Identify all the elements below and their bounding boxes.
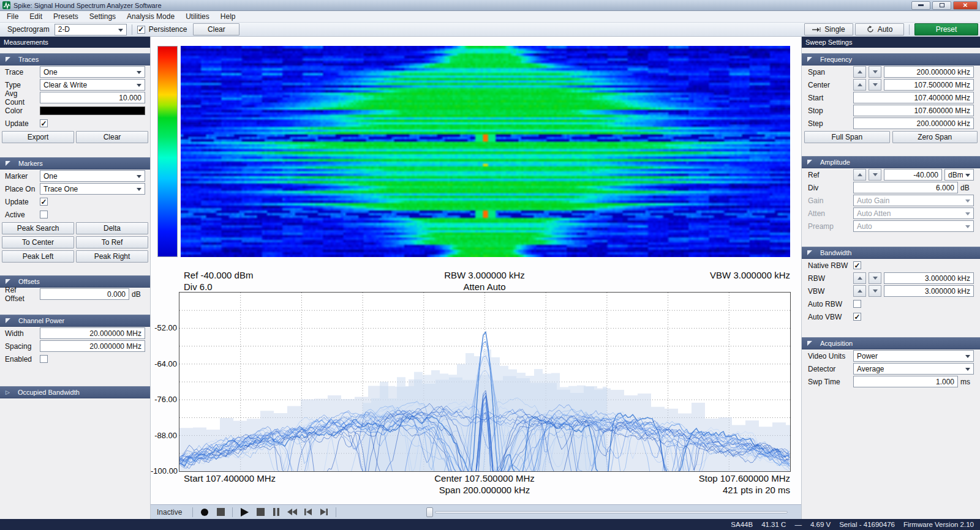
occupied-bandwidth-section-header[interactable]: ▷Occupied Bandwidth (0, 386, 150, 398)
ref-offset-input[interactable]: 0.000 (40, 288, 129, 300)
export-button[interactable]: Export (2, 131, 74, 143)
maximize-button[interactable] (932, 1, 951, 10)
spectrogram-color-scale (157, 46, 178, 257)
atten-annotation: Atten Auto (362, 281, 607, 293)
menu-utilities[interactable]: Utilities (180, 12, 215, 21)
menu-analysis-mode[interactable]: Analysis Mode (121, 12, 180, 21)
traces-section-header[interactable]: Traces (0, 53, 150, 65)
persistence-clear-button[interactable]: Clear (193, 23, 239, 35)
rbw-input[interactable]: 3.000000 kHz (884, 272, 974, 284)
video-units-select[interactable]: Power (853, 350, 974, 362)
menu-help[interactable]: Help (215, 12, 241, 21)
spectrogram-mode-select[interactable]: 2-D (55, 24, 127, 35)
start-input[interactable]: 107.400000 MHz (853, 92, 974, 103)
place-on-select[interactable]: Trace One (40, 183, 145, 195)
vbw-input[interactable]: 3.000000 kHz (884, 285, 974, 297)
bandwidth-section-header[interactable]: Bandwidth (802, 247, 980, 259)
ref-unit-value: dBm (948, 171, 963, 179)
trace-update-checkbox[interactable] (40, 119, 48, 127)
span-input[interactable]: 200.000000 kHz (884, 66, 974, 78)
cp-width-input[interactable]: 20.000000 MHz (40, 327, 145, 339)
skip-start-button[interactable] (300, 506, 316, 518)
rbw-down-button[interactable] (869, 272, 881, 284)
chevron-down-icon (965, 200, 970, 205)
device-serial: Serial - 41690476 (839, 521, 895, 528)
peak-search-button[interactable]: Peak Search (2, 222, 74, 234)
trace-type-select[interactable]: Clear & Write (40, 79, 145, 91)
step-input[interactable]: 200.000000 kHz (853, 118, 974, 129)
minimize-button[interactable] (911, 1, 930, 10)
rbw-up-button[interactable] (853, 272, 866, 284)
step-label: Step (808, 119, 851, 128)
stop-icon (257, 508, 265, 516)
atten-select: Auto Atten (853, 207, 974, 219)
peak-right-button[interactable]: Peak Right (76, 250, 148, 263)
div-input[interactable]: 6.000 (853, 182, 958, 193)
marker-select[interactable]: One (40, 170, 145, 182)
center-up-button[interactable] (853, 79, 866, 91)
cp-spacing-input[interactable]: 20.000000 MHz (40, 340, 145, 352)
ref-input[interactable]: -40.000 (884, 169, 942, 181)
to-ref-button[interactable]: To Ref (76, 236, 148, 248)
center-down-button[interactable] (869, 79, 881, 91)
avg-count-input[interactable]: 10.000 (40, 92, 145, 103)
delta-button[interactable]: Delta (76, 222, 148, 234)
span-up-button[interactable] (853, 66, 866, 78)
device-temperature: 41.31 C (761, 521, 786, 528)
ref-unit-select[interactable]: dBm (944, 169, 974, 181)
zero-span-button[interactable]: Zero Span (892, 131, 978, 143)
swp-time-input[interactable]: 1.000 (853, 376, 958, 387)
to-center-button[interactable]: To Center (2, 236, 74, 248)
peak-left-button[interactable]: Peak Left (2, 250, 74, 263)
menu-presets[interactable]: Presets (48, 12, 84, 21)
stop-button[interactable] (252, 506, 268, 518)
playback-slider-track[interactable] (435, 511, 788, 513)
single-sweep-button[interactable]: Single (804, 23, 853, 35)
channel-power-section-header[interactable]: Channel Power (0, 315, 150, 327)
cp-enabled-checkbox[interactable] (40, 355, 48, 363)
ref-label: Ref (808, 171, 851, 179)
vbw-up-button[interactable] (853, 285, 866, 297)
close-button[interactable]: ✕ (953, 1, 978, 10)
menu-settings[interactable]: Settings (84, 12, 121, 21)
trace-clear-button[interactable]: Clear (76, 131, 148, 143)
native-rbw-checkbox[interactable] (853, 261, 861, 269)
marker-active-checkbox[interactable] (40, 211, 48, 218)
ref-up-button[interactable] (853, 169, 866, 181)
record-button[interactable] (197, 506, 213, 518)
playback-slider-handle[interactable] (426, 507, 433, 517)
trace-select[interactable]: One (40, 66, 145, 78)
full-span-button[interactable]: Full Span (804, 131, 890, 143)
display-area: Ref -40.000 dBm Div 6.0 RBW 3.000000 kHz… (151, 37, 801, 519)
spectrum-plot[interactable] (179, 292, 791, 472)
amplitude-section-header[interactable]: Amplitude (802, 156, 980, 168)
auto-sweep-button[interactable]: Auto (855, 23, 904, 35)
chevron-down-icon (137, 84, 141, 89)
markers-section-header[interactable]: Markers (0, 157, 150, 170)
persistence-checkbox[interactable] (137, 26, 145, 34)
pause-button[interactable] (268, 506, 284, 518)
menu-file[interactable]: File (1, 12, 24, 21)
center-input[interactable]: 107.500000 MHz (884, 79, 974, 91)
acquisition-section-header[interactable]: Acquisition (802, 337, 980, 349)
preset-button[interactable]: Preset (914, 23, 978, 35)
auto-vbw-checkbox[interactable] (853, 313, 861, 321)
menu-edit[interactable]: Edit (24, 12, 48, 21)
up-arrow-icon (858, 171, 862, 176)
frequency-section-header[interactable]: Frequency (802, 53, 980, 65)
ref-down-button[interactable] (869, 169, 881, 181)
record-stop-button[interactable] (213, 506, 228, 518)
auto-rbw-checkbox[interactable] (853, 300, 861, 308)
detector-select[interactable]: Average (853, 363, 974, 375)
play-button[interactable] (236, 506, 252, 518)
trace-color-swatch[interactable] (40, 106, 145, 115)
marker-update-checkbox[interactable] (40, 198, 48, 206)
vbw-down-button[interactable] (869, 285, 881, 297)
span-down-button[interactable] (869, 66, 881, 78)
rewind-button[interactable] (284, 506, 300, 518)
acquisition-title: Acquisition (820, 340, 853, 347)
spectrogram-waterfall[interactable] (181, 46, 790, 257)
single-arrow-icon (812, 27, 821, 32)
skip-end-button[interactable] (316, 506, 332, 518)
stop-input[interactable]: 107.600000 MHz (853, 105, 974, 116)
